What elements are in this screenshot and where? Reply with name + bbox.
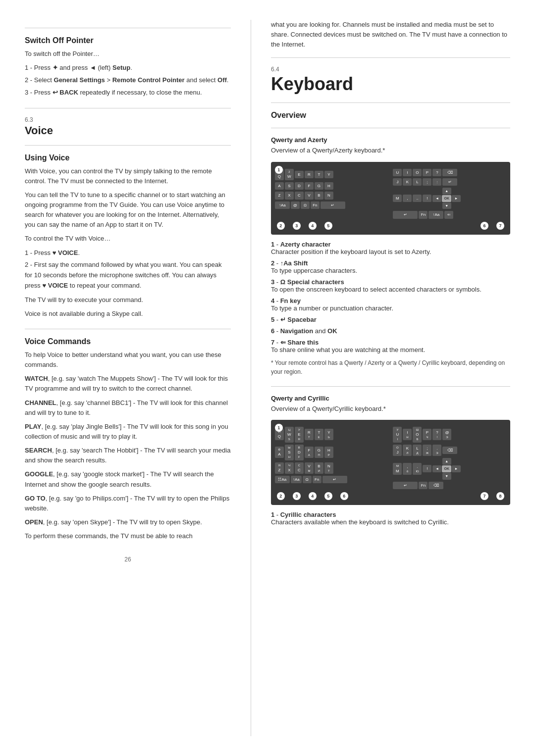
azerty-footnote: * Your remote control has a Qwerty / Aze… [271,358,510,376]
page-number: 26 [25,556,231,563]
vc-play: PLAY, [e.g. say 'play Jingle Bells'] - T… [25,422,231,442]
qwerty-azerty-intro: Overview of a Qwerty/Azerty keyboard.* [271,146,510,155]
vc-search: SEARCH, [e.g. say 'search The Hobbit'] -… [25,446,231,465]
overview-title: Overview [271,111,510,120]
azerty-item-6: 6 - Navigation and OK [271,327,510,335]
azerty-item-2: 2 - ↑Aa Shift To type uppercase characte… [271,259,510,274]
switch-off-intro: To switch off the Pointer… [25,49,231,59]
using-voice-step-1: 1 - Press ♥ VOICE. [25,248,231,258]
vc-google: GOOGLE, [e.g. say 'google stock market']… [25,469,231,489]
switch-off-step-3: 3 - Press ↩ BACK repeatedly if necessary… [25,88,231,98]
using-voice-para-2: You can tell the TV to tune to a specifi… [25,190,231,230]
switch-off-step-2: 2 - Select General Settings > Remote Con… [25,75,231,86]
azerty-item-5: 5 - ↵ Spacebar [271,316,510,323]
vc-goto: GO TO, [e.g. say 'go to Philips.com'] - … [25,494,231,513]
vc-outro: To perform these commands, the TV must b… [25,531,231,541]
voice-title: Voice [25,124,231,137]
using-voice-outro-1: The TV will try to execute your command. [25,295,231,305]
azerty-keyboard-image: 1 1Q 2W E R T Y [271,162,510,235]
qwerty-cyrillic-intro: Overview of a Qwerty/Cyrillic keyboard.* [271,404,510,414]
voice-section-num: 6.3 [25,116,231,123]
azerty-item-1: 1 - Azerty character Character position … [271,241,510,255]
vc-channel: CHANNEL, [e.g. say 'channel BBC1'] - The… [25,398,231,418]
switch-off-title: Switch Off Pointer [25,36,231,45]
qwerty-azerty-title: Qwerty and Azerty [271,136,510,144]
azerty-item-7: 7 - ⇐ Share this To share online what yo… [271,339,510,353]
keyboard-title: Keyboard [271,74,510,95]
using-voice-para-1: With Voice, you can control the TV by si… [25,166,231,186]
voice-commands-intro: To help Voice to better understand what … [25,350,231,370]
switch-off-step-1: 1 - Press ✦ and press ◄ (left) Setup. [25,63,231,73]
vc-watch: WATCH, [e.g. say 'watch The Muppets Show… [25,374,231,394]
vc-open: OPEN, [e.g. say 'open Skype'] - The TV w… [25,517,231,527]
using-voice-outro-2: Voice is not available during a Skype ca… [25,309,231,319]
using-voice-step-2: 2 - First say the command followed by wh… [25,260,231,291]
keyboard-section-num: 6.4 [271,66,510,73]
using-voice-title: Using Voice [25,153,231,162]
voice-commands-title: Voice Commands [25,337,231,346]
qwerty-cyrillic-title: Qwerty and Cyrillic [271,395,510,402]
cyrillic-keyboard-image: 1 ЙQ ЦWS УER RТ TЕ YЬ [271,420,510,505]
right-top-text: what you are looking for. Channels must … [271,20,510,50]
azerty-item-4: 4 - Fn key To type a number or punctuati… [271,297,510,312]
azerty-item-3: 3 - Ω Special characters To open the ons… [271,278,510,293]
using-voice-para-3: To control the TV with Voice… [25,234,231,244]
cyrillic-item-1: 1 - Cyrillic characters Characters avail… [271,511,510,526]
